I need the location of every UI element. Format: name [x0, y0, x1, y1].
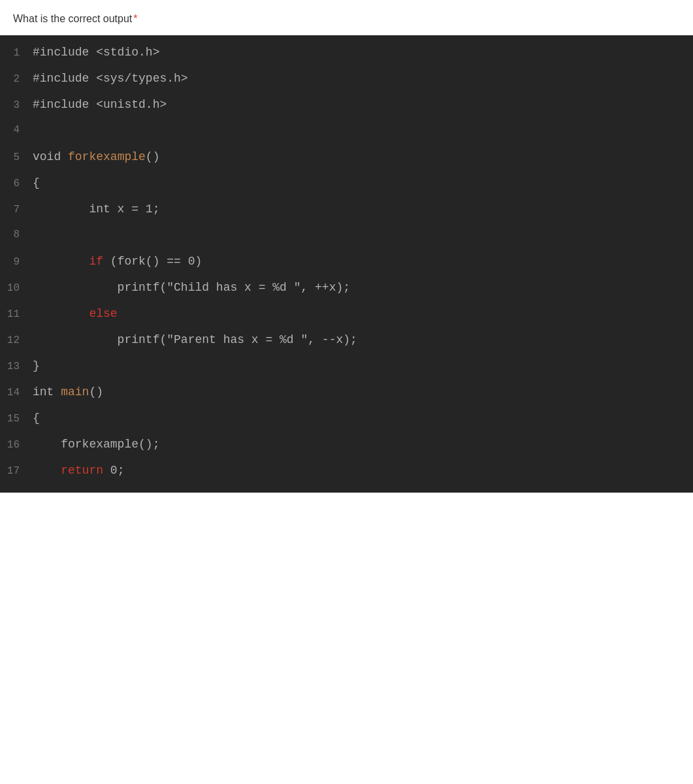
- code-line: 17 return 0;: [0, 460, 693, 486]
- code-token: (): [146, 150, 160, 163]
- code-line: 5void forkexample(): [0, 146, 693, 172]
- line-content: else: [33, 304, 118, 324]
- code-line: 11 else: [0, 303, 693, 329]
- code-line: 13}: [0, 355, 693, 382]
- code-line: 12 printf("Parent has x = %d ", --x);: [0, 329, 693, 355]
- page-container: What is the correct output* 1#include <s…: [0, 0, 693, 784]
- code-line: 15{: [0, 408, 693, 434]
- line-number: 9: [0, 253, 33, 270]
- line-content: if (fork() == 0): [33, 252, 202, 272]
- code-token: 0;: [103, 464, 124, 477]
- line-number: 16: [0, 436, 33, 453]
- line-number: 7: [0, 201, 33, 218]
- code-token: }: [33, 359, 40, 372]
- code-token: forkexample();: [33, 438, 159, 451]
- line-content: int main(): [33, 383, 103, 402]
- code-token: (fork() == 0): [103, 255, 202, 268]
- code-line: 14int main(): [0, 382, 693, 408]
- code-line: 3#include <unistd.h>: [0, 94, 693, 120]
- code-line: 4: [0, 120, 693, 146]
- line-number: 3: [0, 97, 33, 114]
- line-number: 8: [0, 226, 33, 243]
- code-token: {: [33, 176, 40, 189]
- code-token: else: [89, 307, 117, 320]
- code-token: [33, 255, 89, 268]
- line-number: 4: [0, 122, 33, 139]
- line-number: 12: [0, 332, 33, 349]
- code-line: 6{: [0, 172, 693, 199]
- code-line: 2#include <sys/types.h>: [0, 68, 693, 94]
- code-token: main: [61, 385, 89, 399]
- code-token: #include <unistd.h>: [33, 98, 167, 111]
- code-token: if: [89, 255, 103, 268]
- code-line: 8: [0, 225, 693, 251]
- line-number: 17: [0, 463, 33, 480]
- code-token: (): [89, 385, 103, 399]
- line-content: forkexample();: [33, 435, 159, 455]
- question-text: What is the correct output: [13, 13, 132, 24]
- line-number: 5: [0, 149, 33, 166]
- line-content: void forkexample(): [33, 148, 159, 167]
- code-line: 10 printf("Child has x = %d ", ++x);: [0, 277, 693, 303]
- code-token: printf("Child has x = %d ", ++x);: [33, 281, 350, 294]
- line-content: #include <sys/types.h>: [33, 69, 188, 89]
- line-content: #include <stdio.h>: [33, 43, 159, 63]
- line-number: 14: [0, 384, 33, 401]
- line-content: return 0;: [33, 461, 124, 481]
- code-token: #include <sys/types.h>: [33, 72, 188, 85]
- code-line: 7 int x = 1;: [0, 199, 693, 225]
- line-number: 15: [0, 410, 33, 427]
- line-number: 6: [0, 175, 33, 192]
- code-line: 16 forkexample();: [0, 434, 693, 460]
- code-line: 1#include <stdio.h>: [0, 42, 693, 68]
- code-token: printf("Parent has x = %d ", --x);: [33, 333, 357, 346]
- code-token: #include <stdio.h>: [33, 46, 159, 59]
- code-token: int x = 1;: [33, 203, 159, 216]
- line-content: printf("Parent has x = %d ", --x);: [33, 331, 357, 350]
- code-block-wrapper: 1#include <stdio.h>2#include <sys/types.…: [0, 35, 693, 493]
- line-number: 10: [0, 280, 33, 297]
- line-content: {: [33, 174, 40, 193]
- code-token: [33, 307, 89, 320]
- line-number: 1: [0, 44, 33, 61]
- line-number: 2: [0, 71, 33, 88]
- code-token: {: [33, 412, 40, 425]
- line-content: {: [33, 409, 40, 429]
- code-token: return: [61, 464, 103, 477]
- code-block: 1#include <stdio.h>2#include <sys/types.…: [0, 35, 693, 493]
- line-number: 11: [0, 306, 33, 323]
- question-label: What is the correct output*: [0, 13, 693, 35]
- line-content: #include <unistd.h>: [33, 95, 167, 115]
- code-token: void: [33, 150, 68, 163]
- code-token: int: [33, 385, 61, 399]
- required-star: *: [133, 13, 137, 24]
- line-content: int x = 1;: [33, 200, 159, 220]
- line-content: }: [33, 357, 40, 376]
- code-token: [33, 464, 61, 477]
- line-content: printf("Child has x = %d ", ++x);: [33, 278, 350, 298]
- code-token: forkexample: [68, 150, 146, 163]
- code-line: 9 if (fork() == 0): [0, 251, 693, 277]
- line-number: 13: [0, 358, 33, 375]
